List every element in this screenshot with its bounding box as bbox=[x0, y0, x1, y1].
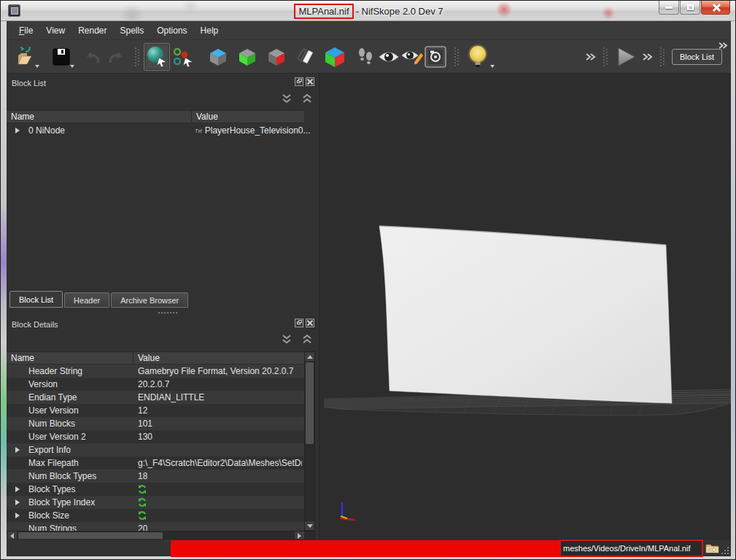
show-nodes-button[interactable] bbox=[236, 44, 259, 69]
detail-row-user-version-2[interactable]: User Version 2 130 bbox=[7, 430, 304, 443]
close-panel-icon bbox=[307, 79, 313, 85]
detail-row-version[interactable]: Version 20.2.0.7 bbox=[7, 378, 304, 391]
detail-row-block-type-index[interactable]: Block Type Index bbox=[7, 496, 304, 509]
expand-arrow-icon[interactable] bbox=[15, 499, 20, 505]
toolbar-drag-handle-3[interactable] bbox=[603, 47, 608, 66]
undo-button[interactable] bbox=[81, 44, 104, 69]
show-hidden-button[interactable] bbox=[265, 44, 288, 69]
walk-mode-button[interactable] bbox=[354, 44, 377, 69]
toolbar-overflow-chevron-3[interactable] bbox=[718, 42, 728, 49]
resize-grip[interactable] bbox=[720, 545, 729, 555]
details-col-value[interactable]: Value bbox=[133, 352, 304, 364]
block-name: 0 NiNode bbox=[28, 125, 65, 136]
expand-arrow-icon[interactable] bbox=[15, 447, 20, 453]
toolbar-drag-handle[interactable] bbox=[135, 47, 139, 66]
screen-mesh[interactable] bbox=[379, 226, 672, 403]
block-list-toolbar-button[interactable]: Block List bbox=[672, 49, 722, 65]
tab-archive-browser[interactable]: Archive Browser bbox=[111, 292, 188, 308]
collapse-up-icon[interactable] bbox=[301, 94, 313, 104]
tab-block-list[interactable]: Block List bbox=[9, 291, 63, 308]
close-panel-button[interactable] bbox=[306, 77, 314, 86]
render-viewport[interactable] bbox=[319, 74, 731, 539]
minimize-button[interactable] bbox=[659, 1, 679, 15]
scroll-up-button[interactable] bbox=[305, 352, 314, 361]
block-list-col-name[interactable]: Name bbox=[7, 111, 192, 122]
lighting-button[interactable] bbox=[463, 44, 492, 69]
lightbulb-icon bbox=[465, 44, 490, 69]
maximize-button[interactable] bbox=[680, 1, 700, 15]
expand-arrow-icon[interactable] bbox=[15, 128, 20, 133]
scroll-down-button[interactable] bbox=[305, 521, 314, 530]
expand-arrow-icon[interactable] bbox=[15, 513, 20, 518]
menu-options[interactable]: Options bbox=[150, 23, 193, 39]
render-mode-button[interactable] bbox=[144, 43, 170, 71]
open-file-button[interactable] bbox=[12, 44, 40, 69]
save-file-button[interactable] bbox=[47, 44, 75, 69]
vertex-dots-icon bbox=[172, 46, 194, 68]
collapse-up-icon-2[interactable] bbox=[301, 335, 313, 345]
annotation-red-box-title: MLPAnal.nif bbox=[294, 4, 353, 19]
txt-type-icon: Txt bbox=[195, 128, 202, 133]
show-axes-button[interactable] bbox=[206, 44, 230, 69]
vertex-select-button[interactable] bbox=[170, 44, 196, 69]
collapse-down-icon[interactable] bbox=[281, 94, 293, 104]
close-panel-icon-2 bbox=[307, 320, 313, 326]
coordinate-cube-button[interactable] bbox=[323, 44, 346, 69]
close-icon bbox=[712, 4, 720, 12]
block-details-rows: Header String Gamebryo File Format, Vers… bbox=[7, 365, 304, 531]
close-button[interactable] bbox=[701, 1, 730, 15]
screenshot-button[interactable] bbox=[424, 44, 447, 69]
detail-row-user-version[interactable]: User Version 12 bbox=[7, 404, 304, 417]
edit-view-button[interactable] bbox=[400, 44, 424, 69]
menu-spells[interactable]: Spells bbox=[114, 23, 151, 39]
detail-row-num-blocks[interactable]: Num Blocks 101 bbox=[7, 417, 304, 430]
close-panel-button-2[interactable] bbox=[306, 319, 314, 327]
details-col-name[interactable]: Name bbox=[7, 352, 133, 364]
play-animation-button[interactable] bbox=[612, 44, 640, 69]
details-vertical-scrollbar[interactable] bbox=[304, 351, 315, 531]
window-frame-right bbox=[731, 21, 736, 556]
status-bar bbox=[7, 539, 731, 556]
detail-row-num-strings[interactable]: Num Strings 20 bbox=[7, 522, 304, 531]
detail-row-endian-type[interactable]: Endian Type ENDIAN_LITTLE bbox=[7, 391, 304, 404]
detail-row-max-filepath[interactable]: Max Filepath g:\_F4\Scratch\Editor2\Data… bbox=[7, 456, 304, 470]
view-button[interactable] bbox=[377, 44, 400, 69]
detail-row-block-types[interactable]: Block Types bbox=[7, 483, 304, 496]
array-refresh-icon bbox=[138, 511, 147, 520]
block-list-row-ninode[interactable]: 0 NiNode Txt PlayerHouse_Television0... bbox=[7, 124, 304, 137]
lighting-dropdown-caret bbox=[490, 65, 495, 68]
detail-row-export-info[interactable]: Export Info bbox=[7, 443, 304, 456]
float-panel-button[interactable] bbox=[295, 77, 303, 86]
textured-sphere-icon bbox=[146, 46, 168, 68]
toolbar-drag-handle-2[interactable] bbox=[454, 47, 459, 66]
filepath-input[interactable] bbox=[561, 544, 702, 553]
block-details-header: Name Value bbox=[7, 351, 304, 365]
eye-icon bbox=[378, 48, 400, 66]
detail-row-header-string[interactable]: Header String Gamebryo File Format, Vers… bbox=[7, 365, 304, 378]
panel-splitter-handle[interactable] bbox=[158, 311, 179, 314]
expand-arrow-icon[interactable] bbox=[15, 486, 20, 492]
tab-header[interactable]: Header bbox=[64, 292, 109, 308]
block-list-title-label: Block List bbox=[12, 79, 46, 88]
toolbar-overflow-chevron-1[interactable] bbox=[586, 53, 596, 61]
flip-normals-button[interactable] bbox=[294, 44, 317, 69]
window-title: MLPAnal.nif - NifSkope 2.0 Dev 7 bbox=[1, 1, 736, 21]
detail-row-block-size[interactable]: Block Size bbox=[7, 509, 304, 522]
array-refresh-icon bbox=[138, 498, 147, 507]
block-list-rows: 0 NiNode Txt PlayerHouse_Television0... bbox=[7, 124, 304, 137]
block-list-col-value[interactable]: Value bbox=[192, 111, 304, 122]
toolbar-drag-handle-4[interactable] bbox=[660, 47, 665, 66]
float-panel-button-2[interactable] bbox=[295, 319, 303, 327]
titlebar[interactable]: MLPAnal.nif - NifSkope 2.0 Dev 7 bbox=[1, 1, 736, 21]
collapse-down-icon-2[interactable] bbox=[281, 335, 293, 345]
browse-folder-button[interactable] bbox=[705, 542, 719, 554]
toolbar-overflow-chevron-2[interactable] bbox=[643, 53, 653, 61]
menu-help[interactable]: Help bbox=[194, 23, 225, 39]
detail-row-num-block-types[interactable]: Num Block Types 18 bbox=[7, 470, 304, 483]
redo-button[interactable] bbox=[104, 44, 128, 69]
open-dropdown-caret bbox=[35, 65, 39, 68]
menu-file[interactable]: File bbox=[12, 23, 39, 39]
menu-view[interactable]: View bbox=[39, 23, 71, 39]
vertical-scroll-thumb[interactable] bbox=[306, 362, 314, 444]
menu-render[interactable]: Render bbox=[71, 23, 113, 39]
